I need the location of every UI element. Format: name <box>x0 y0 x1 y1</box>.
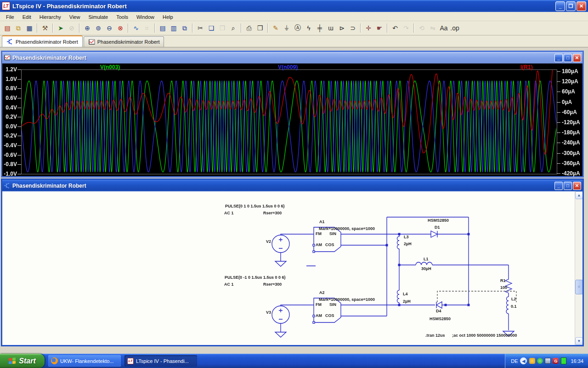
schematic-drawing[interactable] <box>2 191 575 345</box>
taskbar-item-ltspice[interactable]: LT LTspice IV - Phasendi... <box>124 355 197 367</box>
close-button[interactable]: ✕ <box>577 1 586 11</box>
waveform-canvas[interactable] <box>2 63 582 176</box>
gdata-antivirus-icon[interactable]: G <box>553 358 559 364</box>
clock[interactable]: 16:34 <box>571 358 583 364</box>
diode-d1[interactable] <box>431 231 437 237</box>
redo-icon[interactable]: ↷ <box>401 23 412 34</box>
capacitor-icon[interactable]: ╪ <box>314 23 325 34</box>
maximize-button[interactable]: □ <box>564 54 572 62</box>
l4-value-label[interactable]: 2µH <box>403 299 411 304</box>
mirror-icon[interactable]: ⇋ <box>427 23 438 34</box>
v2-ac-text[interactable]: AC 1 <box>224 211 234 215</box>
find-icon[interactable]: ⌕ <box>228 23 239 34</box>
undo-icon[interactable]: ↶ <box>390 23 401 34</box>
open-file-icon[interactable]: ⧉ <box>13 23 24 34</box>
voltage-source-v3[interactable] <box>272 306 289 323</box>
tray-collapse-icon[interactable]: ◀ <box>520 357 527 364</box>
v2-rser-text[interactable]: Rser=300 <box>263 211 282 215</box>
inductor-l3[interactable] <box>397 234 400 249</box>
scrollbar-thumb[interactable]: ≡ <box>575 280 582 294</box>
restore-button[interactable]: ❐ <box>566 1 576 11</box>
d1-model-label[interactable]: HSMS2850 <box>428 218 449 223</box>
a2-name-label[interactable]: A2 <box>319 290 325 295</box>
d4-name-label[interactable]: D4 <box>436 309 441 313</box>
pan-plot-icon[interactable]: ⌗ <box>141 23 153 34</box>
control-panel-icon[interactable]: ⚒ <box>40 23 51 34</box>
r1-value-label[interactable]: 100 <box>500 285 507 290</box>
battery-indicator[interactable] <box>561 357 566 364</box>
wire-icon[interactable]: ✎ <box>270 23 281 34</box>
ground-icon[interactable]: ⏚ <box>281 23 292 34</box>
new-schematic-icon[interactable]: ▤ <box>2 23 13 34</box>
language-indicator[interactable]: DE <box>511 358 518 364</box>
move-icon[interactable]: ✛ <box>363 23 374 34</box>
trace-label-vn003[interactable]: V(n003) <box>100 64 120 70</box>
tran-directive-text[interactable]: .tran 12us <box>425 333 445 338</box>
inductor-l4[interactable] <box>397 290 400 303</box>
waveform-window-title-bar[interactable]: Phasendiskriminator Robert _ □ ✕ <box>2 52 582 63</box>
cascade-windows-icon[interactable]: ⧉ <box>179 23 190 34</box>
trace-label-ir1[interactable]: I(R1) <box>520 64 533 70</box>
resistor-icon[interactable]: ϟ <box>303 23 314 34</box>
print-icon[interactable]: ⎙ <box>243 23 254 34</box>
scroll-down-button[interactable]: ▼ <box>575 337 582 345</box>
ac-directive-text[interactable]: ;ac oct 1000 50000000 150000000 <box>452 333 517 338</box>
v3-pulse-text[interactable]: PULSE(0 -1 0 1.5us 1.5us 0 0 6) <box>225 275 286 280</box>
v2-name-label[interactable]: V2 <box>266 239 271 244</box>
a1-params-text[interactable]: Mark=10000000, space=1000 <box>319 226 375 231</box>
halt-icon[interactable]: ⊘ <box>66 23 77 34</box>
cut-icon[interactable]: ✂ <box>195 23 206 34</box>
trace-label-vn009[interactable]: V(n009) <box>278 64 298 70</box>
menu-edit[interactable]: Edit <box>18 13 35 21</box>
zoom-extents-icon[interactable]: ⊗ <box>115 23 126 34</box>
diode-icon[interactable]: ⊳ <box>336 23 347 34</box>
schematic-window-title-bar[interactable]: Phasendiskriminator Robert _ □ ✕ <box>2 180 582 191</box>
save-icon[interactable]: ▦ <box>24 23 35 34</box>
menu-view[interactable]: View <box>65 13 85 21</box>
rotate-icon[interactable]: ⟲ <box>416 23 427 34</box>
zoom-area-icon[interactable]: ⊚ <box>93 23 104 34</box>
security-center-icon[interactable] <box>529 358 535 364</box>
v2-pulse-text[interactable]: PULSE(0 1 0 1.5us 1.5us 0 0 6) <box>225 204 285 208</box>
schematic-canvas[interactable]: PULSE(0 1 0 1.5us 1.5us 0 0 6) AC 1 Rser… <box>2 191 582 345</box>
print-preview-icon[interactable]: ❒ <box>254 23 266 34</box>
network-status-icon[interactable] <box>537 358 543 364</box>
l1-name-label[interactable]: L1 <box>424 257 429 261</box>
d4-model-label[interactable]: HSMS2850 <box>430 316 451 321</box>
scroll-up-button[interactable]: ▲ <box>575 191 582 199</box>
inductor-icon[interactable]: ɯ <box>325 23 336 34</box>
start-button[interactable]: Start <box>0 354 45 368</box>
waveform-plot-area[interactable]: V(n003)V(n009)I(R1) 1.2V1.0V0.8V0.6V0.4V… <box>2 63 582 176</box>
drag-icon[interactable]: ☛ <box>374 23 385 34</box>
v3-rser-text[interactable]: Rser=300 <box>263 282 282 287</box>
minimize-button[interactable]: _ <box>554 54 563 62</box>
paste-icon[interactable]: ❐ <box>217 23 228 34</box>
a1-name-label[interactable]: A1 <box>319 219 325 224</box>
minimize-button[interactable]: _ <box>554 182 563 190</box>
inductor-l2[interactable] <box>506 297 509 314</box>
l3-name-label[interactable]: L3 <box>404 235 409 239</box>
net-label-icon[interactable]: Ⓐ <box>292 23 303 34</box>
menu-simulate[interactable]: Simulate <box>84 13 112 21</box>
close-button[interactable]: ✕ <box>573 54 581 62</box>
l1-value-label[interactable]: 30µH <box>421 266 431 271</box>
menu-tools[interactable]: Tools <box>112 13 132 21</box>
diode-d4[interactable] <box>436 302 442 308</box>
a2-params-text[interactable]: Mark=10000000, space=1000 <box>319 297 375 302</box>
l3-value-label[interactable]: 2µH <box>404 242 412 246</box>
close-button[interactable]: ✕ <box>573 182 581 190</box>
v3-name-label[interactable]: V3 <box>266 310 271 315</box>
zoom-in-icon[interactable]: ⊕ <box>82 23 93 34</box>
l4-name-label[interactable]: L4 <box>403 292 408 296</box>
taskbar-item-firefox[interactable]: UKW- Flankendetekto... <box>48 355 121 367</box>
tile-horizontal-icon[interactable]: ▤ <box>157 23 168 34</box>
menu-window[interactable]: Window <box>132 13 158 21</box>
tab-schematic[interactable]: Phasendiskriminator Robert <box>2 35 83 47</box>
menu-hierarchy[interactable]: Hierarchy <box>35 13 65 21</box>
l2-name-label[interactable]: L2 <box>511 297 516 301</box>
ground-symbol[interactable] <box>275 332 286 337</box>
tab-waveform[interactable]: Phasendiskriminator Robert <box>84 36 164 47</box>
tile-vertical-icon[interactable]: ▥ <box>168 23 179 34</box>
voltage-source-v2[interactable] <box>272 235 289 253</box>
ground-symbol[interactable] <box>275 261 286 266</box>
